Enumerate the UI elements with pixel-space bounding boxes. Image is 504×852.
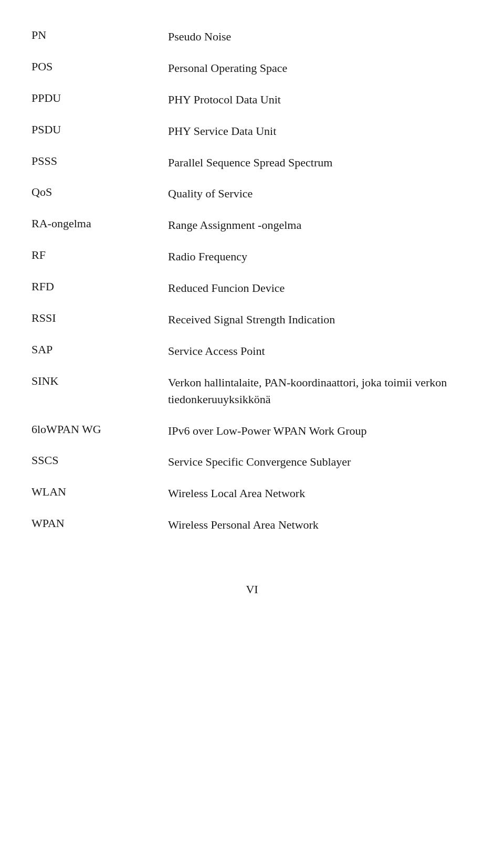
glossary-row: PSSSParallel Sequence Spread Spectrum [32,147,472,178]
abbreviation-cell: SINK [32,374,168,388]
abbreviation-cell: POS [32,60,168,73]
glossary-row: 6loWPAN WGIPv6 over Low-Power WPAN Work … [32,415,472,447]
glossary-row: SSCSService Specific Convergence Sublaye… [32,446,472,478]
glossary-row: SINKVerkon hallintalaite, PAN-koordinaat… [32,367,472,415]
abbreviation-cell: PSSS [32,154,168,168]
glossary-row: SAPService Access Point [32,335,472,367]
glossary-row: RFRadio Frequency [32,241,472,272]
definition-cell: Verkon hallintalaite, PAN-koordinaattori… [168,374,472,408]
glossary-row: PNPseudo Noise [32,21,472,52]
definition-cell: Received Signal Strength Indication [168,311,472,328]
definition-cell: Range Assignment -ongelma [168,217,472,234]
glossary-row: PPDUPHY Protocol Data Unit [32,84,472,115]
definition-cell: Quality of Service [168,185,472,202]
abbreviation-cell: PSDU [32,123,168,136]
definition-cell: Reduced Funcion Device [168,280,472,297]
glossary-row: POSPersonal Operating Space [32,52,472,84]
definition-cell: Pseudo Noise [168,28,472,45]
definition-cell: Radio Frequency [168,248,472,265]
definition-cell: PHY Protocol Data Unit [168,91,472,108]
glossary-row: RSSIReceived Signal Strength Indication [32,304,472,335]
abbreviation-cell: RF [32,248,168,262]
abbreviation-cell: PPDU [32,91,168,105]
abbreviation-cell: 6loWPAN WG [32,423,168,436]
page-number: VI [246,583,258,596]
glossary-row: RA-ongelmaRange Assignment -ongelma [32,209,472,241]
definition-cell: Personal Operating Space [168,60,472,77]
definition-cell: Parallel Sequence Spread Spectrum [168,154,472,171]
glossary-row: RFDReduced Funcion Device [32,272,472,304]
glossary-container: PNPseudo NoisePOSPersonal Operating Spac… [32,21,472,541]
glossary-row: WPANWireless Personal Area Network [32,509,472,541]
definition-cell: Service Specific Convergence Sublayer [168,454,472,470]
abbreviation-cell: SSCS [32,454,168,467]
abbreviation-cell: QoS [32,185,168,199]
abbreviation-cell: WLAN [32,485,168,499]
definition-cell: Service Access Point [168,343,472,360]
abbreviation-cell: PN [32,28,168,42]
definition-cell: IPv6 over Low-Power WPAN Work Group [168,423,472,439]
abbreviation-cell: SAP [32,343,168,356]
definition-cell: PHY Service Data Unit [168,123,472,140]
glossary-row: WLANWireless Local Area Network [32,478,472,509]
definition-cell: Wireless Personal Area Network [168,517,472,533]
abbreviation-cell: RA-ongelma [32,217,168,230]
definition-cell: Wireless Local Area Network [168,485,472,502]
glossary-row: PSDUPHY Service Data Unit [32,115,472,147]
glossary-row: QoSQuality of Service [32,178,472,209]
abbreviation-cell: RSSI [32,311,168,325]
page-footer: VI [32,583,472,596]
abbreviation-cell: WPAN [32,517,168,530]
abbreviation-cell: RFD [32,280,168,293]
